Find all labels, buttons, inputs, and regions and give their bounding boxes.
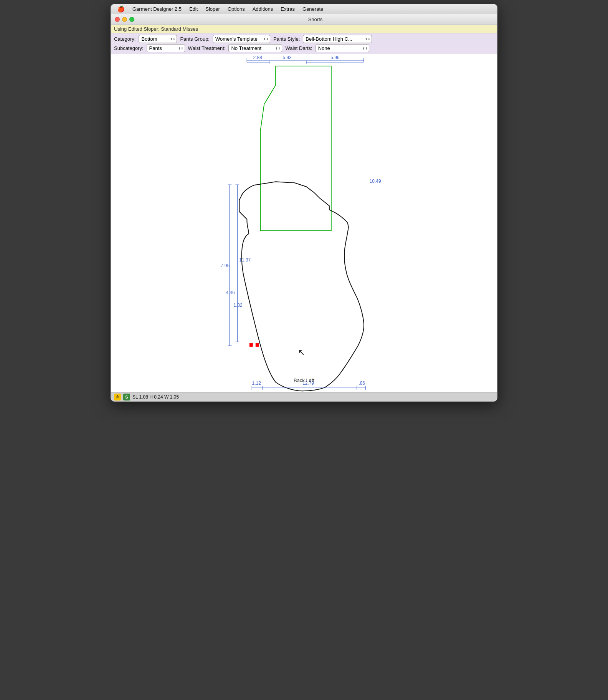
pants-group-select[interactable]: Women's Template (213, 35, 270, 43)
close-button[interactable] (115, 17, 120, 22)
svg-text:7.95: 7.95 (221, 263, 230, 268)
svg-text:1.32: 1.32 (233, 303, 243, 308)
waist-darts-select[interactable]: None (316, 44, 369, 52)
svg-text:.86: .86 (359, 381, 365, 386)
menu-sloper[interactable]: Options (225, 5, 248, 13)
status-bar: ⚠ S SL 1.08 H 0.24 W 1.05 (111, 392, 497, 401)
status-text: SL 1.08 H 0.24 W 1.05 (132, 394, 179, 400)
svg-text:↖: ↖ (298, 348, 305, 357)
menu-app[interactable]: Garment Designer 2.5 (129, 5, 185, 13)
svg-text:10.49: 10.49 (370, 179, 381, 184)
category-select-wrapper: Bottom (139, 35, 177, 43)
category-label: Category: (114, 36, 135, 42)
pants-style-select-wrapper: Bell-Bottom High C... (303, 35, 372, 43)
waist-treatment-select-wrapper: No Treatment (228, 44, 282, 52)
pants-style-label: Pants Style: (273, 36, 300, 42)
menu-extras[interactable]: Generate (299, 5, 326, 13)
svg-text:11.37: 11.37 (239, 257, 251, 263)
sloper-info-bar: Using Edited Sloper: Standard Misses (111, 25, 497, 33)
waist-treatment-select[interactable]: No Treatment (228, 44, 282, 52)
sloper-label: Using Edited Sloper: (114, 26, 160, 32)
minimize-button[interactable] (122, 17, 127, 22)
menu-edit[interactable]: Sloper (202, 5, 223, 13)
title-bar: Shorts (111, 14, 497, 25)
app-window: 🍎 Garment Designer 2.5 Edit Sloper Optio… (111, 4, 497, 402)
subcategory-select[interactable]: Pants (147, 44, 185, 52)
menu-additions[interactable]: Extras (278, 5, 298, 13)
window-title: Shorts (137, 17, 493, 22)
pants-style-select[interactable]: Bell-Bottom High C... (303, 35, 372, 43)
svg-text:4.46: 4.46 (226, 290, 235, 295)
menu-options[interactable]: Additions (249, 5, 276, 13)
svg-rect-21 (249, 343, 253, 346)
svg-text:2.88: 2.88 (253, 55, 263, 60)
pattern-canvas: 2.88 5.93 5.96 10.49 7.95 11.37 4.46 1.3… (111, 54, 497, 392)
menu-file[interactable]: Edit (186, 5, 201, 13)
pants-group-select-wrapper: Women's Template (213, 35, 270, 43)
svg-text:1.12: 1.12 (252, 381, 261, 386)
menu-generate[interactable] (328, 8, 334, 10)
category-select[interactable]: Bottom (139, 35, 177, 43)
svg-text:Back Left: Back Left (294, 377, 314, 383)
s-icon: S (123, 394, 130, 400)
subcategory-select-wrapper: Pants (147, 44, 185, 52)
toolbar: Category: Bottom Pants Group: Women's Te… (111, 33, 497, 54)
toolbar-row-2: Subcategory: Pants Waist Treatment: No T… (114, 44, 494, 52)
toolbar-row-1: Category: Bottom Pants Group: Women's Te… (114, 35, 494, 43)
traffic-lights (115, 17, 134, 22)
svg-text:5.96: 5.96 (330, 55, 340, 60)
waist-treatment-label: Waist Treatment: (188, 45, 226, 51)
warning-icon: ⚠ (114, 394, 121, 400)
svg-text:5.93: 5.93 (283, 55, 292, 60)
pants-group-label: Pants Group: (180, 36, 210, 42)
sloper-value: Standard Misses (161, 26, 198, 32)
canvas-area[interactable]: 2.88 5.93 5.96 10.49 7.95 11.37 4.46 1.3… (111, 54, 497, 392)
maximize-button[interactable] (129, 17, 134, 22)
menu-bar: 🍎 Garment Designer 2.5 Edit Sloper Optio… (111, 4, 497, 14)
waist-darts-label: Waist Darts: (285, 45, 312, 51)
waist-darts-select-wrapper: None (316, 44, 369, 52)
svg-rect-22 (256, 343, 259, 346)
subcategory-label: Subcategory: (114, 45, 144, 51)
apple-menu[interactable]: 🍎 (114, 5, 128, 13)
